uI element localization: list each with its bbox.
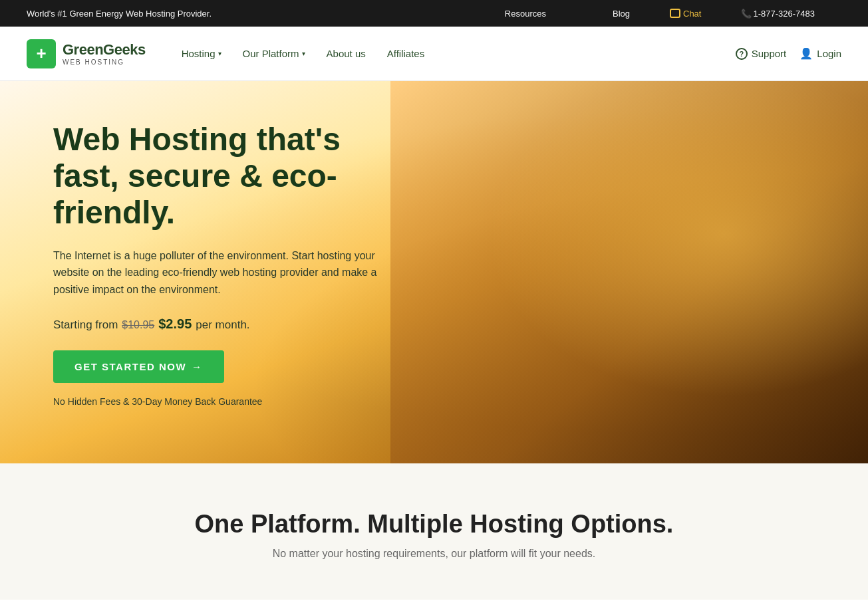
platform-subtitle: No matter your hosting requirements, our… xyxy=(27,548,841,560)
nav-about[interactable]: About us xyxy=(317,43,375,64)
top-bar-right: Resources Blog Chat 📞 1-877-326-7483 xyxy=(478,0,841,27)
chat-icon xyxy=(670,9,680,18)
nav-right: ? Support 👤 Login xyxy=(736,47,841,60)
platform-section: One Platform. Multiple Hosting Options. … xyxy=(0,463,868,600)
top-bar-tagline: World's #1 Green Energy Web Hosting Prov… xyxy=(27,9,212,19)
new-price: $2.95 xyxy=(158,316,192,332)
guarantee-text: No Hidden Fees & 30-Day Money Back Guara… xyxy=(53,396,399,407)
nav-affiliates[interactable]: Affiliates xyxy=(378,43,434,64)
support-icon: ? xyxy=(736,48,748,60)
login-link[interactable]: 👤 Login xyxy=(799,47,841,60)
nav-hosting[interactable]: Hosting ▾ xyxy=(172,43,231,64)
old-price: $10.95 xyxy=(122,319,154,331)
main-nav: + GreenGeeks WEB HOSTING Hosting ▾ Our P… xyxy=(0,27,868,81)
hero-title: Web Hosting that's fast, secure & eco-fr… xyxy=(53,121,399,231)
hero-content: Web Hosting that's fast, secure & eco-fr… xyxy=(0,81,452,447)
chevron-down-icon: ▾ xyxy=(302,50,305,57)
nav-platform[interactable]: Our Platform ▾ xyxy=(233,43,315,64)
support-link[interactable]: ? Support xyxy=(736,48,787,60)
cta-label: GET STARTED NOW xyxy=(74,361,186,372)
top-bar: World's #1 Green Energy Web Hosting Prov… xyxy=(0,0,868,27)
nav-links: Hosting ▾ Our Platform ▾ About us Affili… xyxy=(172,43,434,64)
logo-brand: GreenGeeks xyxy=(63,41,146,59)
nav-left: + GreenGeeks WEB HOSTING Hosting ▾ Our P… xyxy=(27,39,434,68)
chat-link[interactable]: Chat xyxy=(670,9,701,19)
pricing-prefix: Starting from xyxy=(53,318,118,332)
phone-icon: 📞 xyxy=(741,9,752,19)
user-icon: 👤 xyxy=(799,47,813,60)
hero-description: The Internet is a huge polluter of the e… xyxy=(53,247,399,299)
pricing-suffix: per month. xyxy=(196,318,249,332)
resources-link[interactable]: Resources xyxy=(478,0,573,27)
platform-title: One Platform. Multiple Hosting Options. xyxy=(27,510,841,539)
hero-person-image xyxy=(390,81,868,463)
pricing-line: Starting from $10.95 $2.95 per month. xyxy=(53,316,399,332)
cta-button[interactable]: GET STARTED NOW → xyxy=(53,350,224,383)
phone-link[interactable]: 📞 1-877-326-7483 xyxy=(714,0,841,27)
logo-icon: + xyxy=(27,39,56,68)
logo-text: GreenGeeks WEB HOSTING xyxy=(63,41,146,66)
logo-sub: WEB HOSTING xyxy=(63,59,146,66)
hero-section: Web Hosting that's fast, secure & eco-fr… xyxy=(0,81,868,463)
chevron-down-icon: ▾ xyxy=(218,50,221,57)
logo[interactable]: + GreenGeeks WEB HOSTING xyxy=(27,39,146,68)
cta-wrapper: GET STARTED NOW → xyxy=(53,350,399,394)
blog-link[interactable]: Blog xyxy=(586,0,656,27)
cta-arrow-icon: → xyxy=(192,361,203,372)
